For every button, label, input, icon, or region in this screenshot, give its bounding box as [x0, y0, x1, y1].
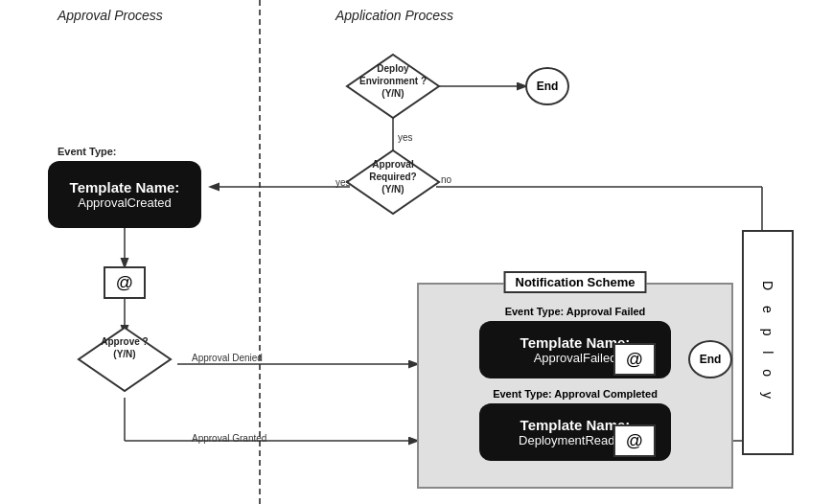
email-box-approval-failed: @	[613, 343, 656, 376]
yes-top-label: yes	[398, 132, 413, 143]
approval-created-event-label: Event Type:	[58, 146, 117, 157]
at-icon-2: @	[626, 350, 643, 370]
email-box-deployment-readied: @	[613, 424, 656, 457]
deploy-box: D e p l o y	[742, 230, 794, 455]
approve-diamond-container: Approve ?(Y/N)	[77, 326, 173, 393]
svg-marker-14	[347, 150, 439, 214]
deploy-env-diamond-container: DeployEnvironment ?(Y/N)	[345, 53, 441, 120]
svg-marker-15	[79, 328, 171, 391]
approval-process-label: Approval Process	[58, 8, 163, 23]
notification-scheme-title: Notification Scheme	[504, 271, 647, 293]
at-icon-1: @	[116, 273, 133, 293]
approval-granted-label: Approval Granted	[192, 433, 266, 444]
end-oval-top: End	[525, 67, 569, 105]
approval-required-diamond-svg	[345, 149, 441, 216]
deployment-readied-event-label: Event Type: Approval Completed	[428, 388, 722, 400]
email-box-approval-created: @	[104, 266, 146, 299]
approval-created-box: Template Name: ApprovalCreated	[48, 161, 201, 228]
notification-scheme-box: Notification Scheme Event Type: Approval…	[417, 283, 733, 489]
deploy-env-diamond-svg	[345, 53, 441, 120]
no-approval-label: no	[441, 174, 451, 185]
approval-denied-label: Approval Denied	[192, 353, 263, 363]
diagram: Approval Process Application Process	[0, 0, 832, 504]
svg-marker-13	[347, 55, 439, 118]
approval-required-diamond-container: ApprovalRequired?(Y/N)	[345, 149, 441, 216]
end-oval-middle: End	[688, 340, 732, 378]
approve-diamond-svg	[77, 326, 173, 393]
approval-failed-event-label: Event Type: Approval Failed	[428, 306, 722, 317]
application-process-label: Application Process	[335, 8, 453, 23]
at-icon-3: @	[626, 431, 643, 451]
separator-line	[259, 0, 261, 504]
